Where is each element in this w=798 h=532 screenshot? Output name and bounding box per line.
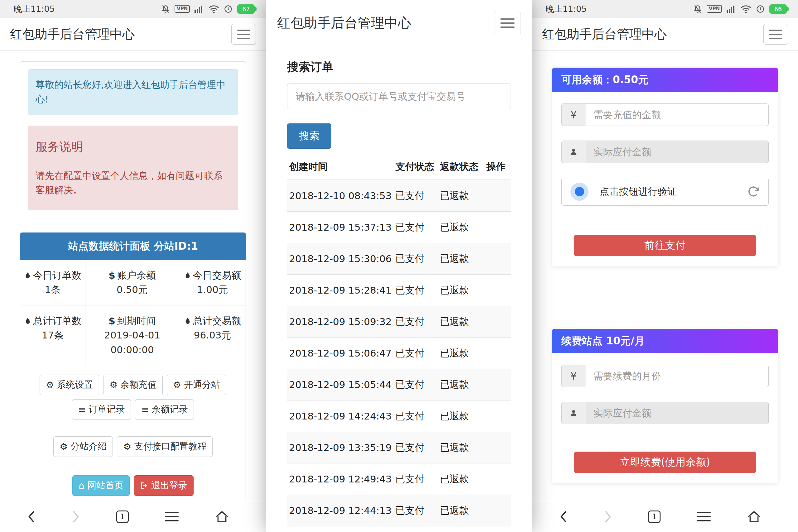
menu-button[interactable] [697, 512, 711, 521]
stat-account-balance: $账户余额 0.50元 [86, 260, 179, 305]
tabs-button[interactable]: 1 [116, 511, 129, 523]
recharge-card-body: ¥ 点击按钮进行验证 前往支付 [552, 92, 778, 266]
order-row: 2018-12-09 15:06:47已支付已返款 [287, 338, 511, 369]
order-actions [484, 306, 511, 338]
substation-intro-button[interactable]: ⚙分站介绍 [53, 436, 113, 457]
order-pay-status: 已支付 [394, 180, 438, 212]
order-created-time: 2018-12-10 08:43:53 [287, 180, 393, 212]
order-created-time: 2018-12-09 15:28:41 [287, 274, 393, 306]
stat-today-volume: 今日交易额 1.00元 [179, 260, 246, 305]
hamburger-menu-button[interactable] [494, 11, 521, 35]
drop-icon [24, 271, 32, 280]
order-actions [484, 274, 511, 306]
order-records-button[interactable]: ≡订单记录 [72, 399, 131, 420]
balance-records-button[interactable]: ≡余额记录 [135, 399, 194, 420]
order-created-time: 2018-12-09 15:05:44 [287, 369, 393, 400]
order-created-time: 2018-12-09 15:37:13 [287, 212, 393, 243]
signal-icon [727, 5, 736, 13]
app-header: 红包助手后台管理中心 [266, 0, 532, 46]
order-refund-status: 已返款 [438, 463, 484, 495]
back-button[interactable] [559, 511, 568, 522]
order-refund-status: 已返款 [438, 243, 484, 274]
captcha-verify-button[interactable] [570, 183, 589, 201]
mute-bell-icon [161, 5, 170, 13]
order-row: 2018-12-09 15:37:13已支付已返款 [287, 212, 511, 243]
col-actions: 操作 [484, 154, 511, 180]
order-pay-status: 已支付 [394, 400, 438, 432]
open-substation-button[interactable]: ⚙开通分站 [167, 375, 226, 395]
site-home-button[interactable]: ⌂网站首页 [72, 475, 129, 496]
clock-icon [756, 5, 765, 13]
stat-value: 17条 [23, 328, 82, 343]
tabs-button[interactable]: 1 [648, 511, 661, 523]
search-input[interactable] [287, 83, 511, 109]
go-to-pay-button[interactable]: 前往支付 [574, 235, 756, 256]
payment-config-tutorial-button[interactable]: ⚙支付接口配置教程 [117, 436, 213, 457]
home-button[interactable] [747, 510, 761, 523]
stat-value: 1条 [23, 282, 82, 297]
order-refund-status: 已返款 [438, 274, 484, 306]
battery-icon: 66 [769, 4, 787, 14]
refresh-icon[interactable] [747, 186, 760, 198]
app-header: 红包助手后台管理中心 [0, 18, 266, 51]
order-pay-status: 已支付 [394, 495, 438, 526]
order-actions [484, 369, 511, 400]
order-actions [484, 463, 511, 495]
order-actions [484, 180, 511, 212]
service-alert-body: 请先在配置中设置个人信息，如有问题可联系客服解决。 [36, 169, 230, 197]
renew-months-group: ¥ [562, 365, 769, 387]
stat-today-orders: 今日订单数 1条 [20, 260, 86, 305]
order-pay-status: 已支付 [394, 369, 438, 400]
battery-icon: 67 [237, 4, 255, 14]
hamburger-menu-button[interactable] [231, 24, 256, 44]
gear-icon: ⚙ [46, 380, 54, 390]
actual-pay-input[interactable] [586, 140, 769, 163]
order-row: 2018-12-09 15:28:41已支付已返款 [287, 274, 511, 306]
home-button[interactable] [215, 510, 229, 523]
gear-icon: ⚙ [173, 380, 181, 390]
notice-panel: 尊敬的站长您好,欢迎进入红包助手后台管理中心! 服务说明 请先在配置中设置个人信… [20, 61, 246, 218]
renew-actual-pay-group [562, 402, 769, 424]
logout-button[interactable]: 退出登录 [134, 475, 194, 496]
order-refund-status: 已返款 [438, 180, 484, 212]
page-title: 红包助手后台管理中心 [542, 25, 667, 43]
order-actions [484, 495, 511, 526]
site-renewal-card: 续费站点 10元/月 ¥ 立即续费(使用余额) [552, 329, 778, 483]
person-icon [562, 140, 586, 163]
status-time: 晚上11:05 [546, 3, 587, 15]
search-button[interactable]: 搜索 [287, 124, 331, 149]
app-header: 红包助手后台管理中心 [532, 18, 798, 51]
vpn-icon: VPN [707, 5, 722, 13]
list-icon: ≡ [141, 404, 149, 415]
order-search-content: 搜索订单 搜索 创建时间 支付状态 返款状态 操作 2018-12-10 08:… [266, 46, 532, 532]
renew-actual-pay-input[interactable] [586, 402, 769, 424]
order-row: 2018-12-10 08:43:53已支付已返款 [287, 180, 511, 212]
menu-button[interactable] [165, 512, 178, 521]
hamburger-menu-button[interactable] [763, 24, 788, 44]
forward-button[interactable] [604, 511, 612, 522]
stats-panel-title: 站点数据统计面板 分站ID:1 [20, 233, 246, 260]
order-pay-status: 已支付 [394, 306, 438, 338]
order-row: 2018-12-09 15:05:44已支付已返款 [287, 369, 511, 400]
stat-value: 96.03元 [182, 328, 243, 343]
drop-icon [184, 271, 191, 280]
order-actions [484, 243, 511, 274]
order-pay-status: 已支付 [394, 463, 438, 495]
status-icons: VPN 66 [693, 4, 787, 14]
order-created-time: 2018-12-09 12:49:43 [287, 463, 393, 495]
available-balance-header: 可用余额：0.50元 [552, 68, 778, 92]
service-alert-title: 服务说明 [36, 138, 230, 156]
tab-count: 1 [648, 511, 661, 523]
forward-button[interactable] [72, 511, 80, 522]
balance-recharge-button[interactable]: ⚙余额充值 [103, 375, 163, 395]
order-refund-status: 已返款 [438, 495, 484, 526]
recharge-amount-input[interactable] [586, 103, 769, 126]
stat-value: 1.00元 [182, 282, 243, 297]
renew-months-input[interactable] [586, 365, 769, 387]
stat-total-orders: 总计订单数 17条 [20, 305, 86, 365]
back-button[interactable] [27, 511, 36, 522]
renew-now-button[interactable]: 立即续费(使用余额) [574, 452, 756, 473]
divider [20, 428, 246, 428]
system-settings-button[interactable]: ⚙系统设置 [40, 375, 99, 395]
order-refund-status: 已返款 [438, 369, 484, 400]
